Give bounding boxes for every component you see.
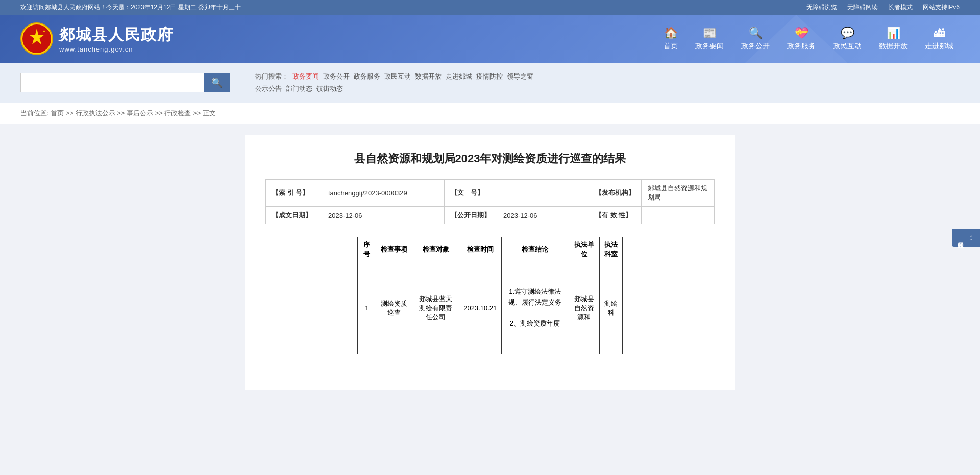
- nav-home[interactable]: 🏠 首页: [657, 24, 684, 54]
- interaction-icon: 💬: [841, 27, 854, 40]
- elder-mode[interactable]: 长者模式: [888, 3, 913, 12]
- meta-row-2: 【成文日期】 2023-12-06 【公开日期】 2023-12-06 【有 效…: [266, 207, 715, 224]
- search-input[interactable]: [20, 73, 204, 92]
- hot-link-city[interactable]: 走进郯城: [446, 72, 472, 81]
- hot-link-interaction[interactable]: 政民互动: [384, 72, 411, 81]
- meta-value-published: 2023-12-06: [497, 207, 589, 224]
- services-icon: 💝: [795, 27, 808, 40]
- nav-city[interactable]: 🏙 走进郯城: [919, 24, 960, 54]
- site-name: 郯城县人民政府: [59, 24, 174, 45]
- nav-disclosure[interactable]: 🔍 政务公开: [735, 24, 776, 54]
- site-url: www.tancheng.gov.cn: [59, 45, 174, 53]
- nav-services-label: 政务服务: [787, 42, 816, 51]
- expand-arrows-icon: ↔: [967, 234, 976, 242]
- nav-news[interactable]: 📰 政务要闻: [689, 24, 730, 54]
- meta-label-created: 【成文日期】: [266, 207, 322, 224]
- meta-row-1: 【索 引 号】 tanchenggtj/2023-0000329 【文 号】 【…: [266, 180, 715, 207]
- cell-target: 郯城县蓝天测绘有限责任公司: [412, 262, 459, 354]
- search-section: 🔍 热门搜索： 政务要闻 政务公开 政务服务 政民互动 数据开放 走进郯城 疫情…: [0, 63, 980, 103]
- meta-label-published: 【公开日期】: [445, 207, 497, 224]
- nav-interaction[interactable]: 💬 政民互动: [827, 24, 868, 54]
- nav-city-label: 走进郯城: [925, 42, 953, 51]
- main-nav: 🏠 首页 📰 政务要闻 🔍 政务公开 💝 政务服务 💬 政民互动 📊 数据开放 …: [657, 24, 960, 54]
- meta-value-ref: tanchenggtj/2023-0000329: [322, 180, 445, 207]
- home-icon: 🏠: [664, 27, 678, 40]
- article-title: 县自然资源和规划局2023年对测绘资质进行巡查的结果: [265, 150, 715, 167]
- hot-search: 热门搜索： 政务要闻 政务公开 政务服务 政民互动 数据开放 走进郯城 疫情防控…: [255, 72, 533, 93]
- meta-value-validity: [642, 207, 715, 224]
- hot-link-news[interactable]: 政务要闻: [292, 72, 319, 81]
- hot-search-row-1: 热门搜索： 政务要闻 政务公开 政务服务 政民互动 数据开放 走进郯城 疫情防控…: [255, 72, 533, 81]
- nav-data-label: 数据开放: [879, 42, 908, 51]
- welcome-text: 欢迎访问郯城县人民政府网站！今天是：2023年12月12日 星期二 癸卯年十月三…: [20, 3, 241, 12]
- meta-label-ref: 【索 引 号】: [266, 180, 322, 207]
- city-icon: 🏙: [934, 27, 945, 40]
- logo-emblem: [20, 22, 53, 55]
- ipv6-support[interactable]: 网站支持IPv6: [923, 3, 960, 12]
- emblem-svg: [21, 23, 52, 54]
- table-row: 1 测绘资质巡查 郯城县蓝天测绘有限责任公司 2023.10.21 1.遵守测绘…: [358, 262, 623, 354]
- nav-data[interactable]: 📊 数据开放: [873, 24, 914, 54]
- meta-label-doc: 【文 号】: [445, 180, 497, 207]
- meta-value-created: 2023-12-06: [322, 207, 445, 224]
- cell-conclusion: 1.遵守测绘法律法规、履行法定义务 2、测绘资质年度: [501, 262, 569, 354]
- hot-link-leader[interactable]: 领导之窗: [507, 72, 533, 81]
- col-header-time: 检查时间: [459, 237, 501, 262]
- nav-interaction-label: 政民互动: [833, 42, 862, 51]
- nav-disclosure-label: 政务公开: [741, 42, 770, 51]
- search-box: 🔍: [20, 73, 230, 92]
- cell-seq: 1: [358, 262, 376, 354]
- hot-link-dept[interactable]: 部门动态: [286, 84, 312, 93]
- top-bar-links: 无障碍浏览 无障碍阅读 长者模式 网站支持IPv6: [806, 3, 960, 12]
- accessibility-read[interactable]: 无障碍阅读: [847, 3, 878, 12]
- breadcrumb-bar: 当前位置: 首页 >> 行政执法公示 >> 事后公示 >> 行政检查 >> 正文: [0, 103, 980, 124]
- hot-link-services[interactable]: 政务服务: [354, 72, 380, 81]
- hot-link-data[interactable]: 数据开放: [415, 72, 442, 81]
- col-header-item: 检查事项: [376, 237, 412, 262]
- nav-news-label: 政务要闻: [695, 42, 724, 51]
- hot-link-epidemic[interactable]: 疫情防控: [476, 72, 503, 81]
- meta-value-doc: [497, 180, 589, 207]
- hot-link-disclosure[interactable]: 政务公开: [323, 72, 350, 81]
- search-button[interactable]: 🔍: [204, 73, 230, 92]
- table-header-row: 序号 检查事项 检查对象 检查时间 检查结论 执法单位 执法科室: [358, 237, 623, 262]
- meta-value-org: 郯城县自然资源和规划局: [642, 180, 715, 207]
- hot-link-bulletin[interactable]: 公示公告: [255, 84, 282, 93]
- logo-text: 郯城县人民政府 www.tancheng.gov.cn: [59, 24, 174, 53]
- main-content: 县自然资源和规划局2023年对测绘资质进行巡查的结果 【索 引 号】 tanch…: [245, 135, 735, 390]
- nav-services[interactable]: 💝 政务服务: [781, 24, 822, 54]
- hot-link-town[interactable]: 镇街动态: [316, 84, 343, 93]
- conclusion-line-1: 1.遵守测绘法律法规、履行法定义务: [508, 288, 561, 306]
- meta-table: 【索 引 号】 tanchenggtj/2023-0000329 【文 号】 【…: [265, 179, 715, 224]
- cell-time: 2023.10.21: [459, 262, 501, 354]
- col-header-target: 检查对象: [412, 237, 459, 262]
- conclusion-line-2: 2、测绘资质年度: [510, 319, 560, 327]
- logo-area: 郯城县人民政府 www.tancheng.gov.cn: [20, 22, 174, 55]
- site-header: 郯城县人民政府 www.tancheng.gov.cn 🏠 首页 📰 政务要闻 …: [0, 15, 980, 63]
- hot-search-row-2: 公示公告 部门动态 镇街动态: [255, 84, 533, 93]
- col-header-unit: 执法单位: [569, 237, 600, 262]
- meta-label-validity: 【有 效 性】: [589, 207, 642, 224]
- data-table: 序号 检查事项 检查对象 检查时间 检查结论 执法单位 执法科室 1 测绘资质巡…: [357, 237, 623, 354]
- cell-dept: 测绘科: [600, 262, 623, 354]
- cell-item: 测绘资质巡查: [376, 262, 412, 354]
- col-header-dept: 执法科室: [600, 237, 623, 262]
- float-expand-button[interactable]: ↔ 触碰展开: [952, 229, 980, 247]
- accessibility-browse[interactable]: 无障碍浏览: [806, 3, 837, 12]
- search-magnifier-icon: 🔍: [211, 77, 223, 88]
- breadcrumb: 当前位置: 首页 >> 行政执法公示 >> 事后公示 >> 行政检查 >> 正文: [20, 109, 216, 117]
- data-icon: 📊: [887, 27, 900, 40]
- search-icon: 🔍: [749, 27, 763, 40]
- hot-search-label: 热门搜索：: [255, 72, 288, 81]
- nav-home-label: 首页: [664, 42, 678, 51]
- cell-unit: 郯城县自然资源和: [569, 262, 600, 354]
- top-bar: 欢迎访问郯城县人民政府网站！今天是：2023年12月12日 星期二 癸卯年十月三…: [0, 0, 980, 15]
- news-icon: 📰: [703, 27, 717, 40]
- col-header-conclusion: 检查结论: [501, 237, 569, 262]
- meta-label-org: 【发布机构】: [589, 180, 642, 207]
- col-header-seq: 序号: [358, 237, 376, 262]
